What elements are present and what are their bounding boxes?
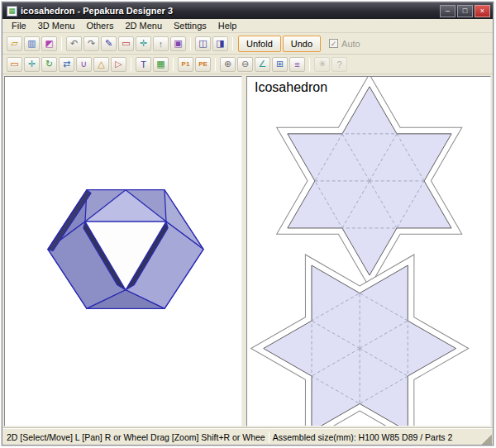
window-title: icosahedron - Pepakura Designer 3	[21, 6, 440, 16]
grid-icon[interactable]: ⊞	[272, 57, 288, 72]
status-separator	[269, 431, 269, 443]
save-file-icon[interactable]: ▥	[24, 36, 40, 51]
layout-3d-left-icon[interactable]: ◫	[195, 36, 211, 51]
move-part-icon[interactable]: ✛	[24, 57, 40, 72]
text-tool-icon[interactable]: T	[136, 57, 151, 72]
toolbar-separator	[173, 58, 174, 71]
unfolded-pattern	[247, 77, 490, 426]
menubar: File 3D Menu Others 2D Menu Settings Hel…	[2, 19, 493, 33]
divide-face-icon[interactable]: △	[93, 57, 109, 72]
maximize-button[interactable]: □	[457, 5, 473, 17]
reset-view-icon[interactable]: ↑	[153, 36, 169, 51]
toolbar-2d: ▭ ✛ ↻ ⇄ ∪ △ ▷ T ▦ P1 PE ⊕ ⊖ ∠ ⊞ ≡ ✳ ?	[2, 55, 493, 74]
move-tool-icon[interactable]: ✛	[136, 36, 151, 51]
flip-part-icon[interactable]: ⇄	[59, 57, 74, 72]
toolbar-separator	[131, 58, 131, 71]
window-controls: – □ ×	[440, 5, 490, 17]
app-window: ▦ icosahedron - Pepakura Designer 3 – □ …	[2, 2, 494, 446]
page-number-icon[interactable]: P1	[178, 57, 193, 72]
titlebar[interactable]: ▦ icosahedron - Pepakura Designer 3 – □ …	[2, 2, 493, 19]
status-hint-text: 2D [Select/Move] L [Pan] R or Wheel Drag…	[7, 432, 265, 442]
auto-label: Auto	[341, 39, 360, 49]
unfold-button[interactable]: Unfold	[238, 36, 281, 52]
toolbar-separator	[309, 58, 310, 71]
image-tool-icon[interactable]: ▦	[153, 57, 169, 72]
zoom-in-icon[interactable]: ⊕	[220, 57, 236, 72]
icosahedron-3d-model	[5, 77, 241, 426]
help-icon[interactable]: ?	[331, 57, 347, 72]
open-file-icon[interactable]: ▱	[7, 36, 22, 51]
zoom-out-icon[interactable]: ⊖	[237, 57, 253, 72]
page-edge-icon[interactable]: PE	[195, 57, 211, 72]
pattern-title: Icosahedron	[255, 80, 327, 95]
minimize-button[interactable]: –	[440, 5, 455, 17]
menu-2d[interactable]: 2D Menu	[119, 20, 168, 31]
layout-2d-left-icon[interactable]: ◨	[212, 36, 228, 51]
auto-option: ✓ Auto	[329, 39, 360, 49]
menu-3d[interactable]: 3D Menu	[32, 20, 81, 31]
view-redo-icon[interactable]: ↷	[83, 36, 99, 51]
texture-view-icon[interactable]: ◩	[41, 36, 57, 51]
pen-tool-icon[interactable]: ✎	[101, 36, 117, 51]
fit-view-icon[interactable]: ▣	[170, 36, 186, 51]
view-undo-icon[interactable]: ↶	[66, 36, 82, 51]
settings-icon[interactable]: ✳	[314, 57, 330, 72]
toolbar-separator	[61, 37, 62, 50]
eraser-tool-icon[interactable]: ▭	[118, 36, 134, 51]
join-edges-icon[interactable]: ∪	[76, 57, 92, 72]
resize-grip-icon[interactable]	[481, 434, 492, 445]
2d-pattern-pane[interactable]: Icosahedron	[246, 76, 491, 427]
menu-file[interactable]: File	[6, 20, 32, 31]
main-area: Icosahedron	[2, 74, 493, 428]
status-size-text: Assembled size(mm): H100 W85 D89 / Parts…	[273, 432, 481, 442]
pattern-piece-1	[277, 77, 462, 288]
rotate-part-icon[interactable]: ↻	[41, 57, 57, 72]
statusbar: 2D [Select/Move] L [Pan] R or Wheel Drag…	[2, 428, 493, 445]
app-icon: ▦	[7, 6, 17, 17]
close-button[interactable]: ×	[475, 5, 490, 17]
menu-others[interactable]: Others	[80, 20, 119, 31]
toolbar-separator	[215, 58, 216, 71]
edit-flap-icon[interactable]: ▷	[111, 57, 126, 72]
menu-help[interactable]: Help	[212, 20, 243, 31]
toolbar-main: ▱ ▥ ◩ ↶ ↷ ✎ ▭ ✛ ↑ ▣ ◫ ◨ Unfold Undo ✓ Au…	[2, 33, 493, 55]
measure-icon[interactable]: ∠	[255, 57, 270, 72]
3d-view-pane[interactable]	[4, 76, 242, 427]
pattern-piece-2	[251, 255, 469, 426]
undo-button[interactable]: Undo	[283, 36, 321, 52]
menu-settings[interactable]: Settings	[168, 20, 212, 31]
arrange-parts-icon[interactable]: ≡	[289, 57, 305, 72]
select-part-icon[interactable]: ▭	[7, 57, 22, 72]
toolbar-separator	[232, 37, 233, 50]
auto-checkbox[interactable]: ✓	[329, 39, 338, 48]
toolbar-separator	[190, 37, 191, 50]
